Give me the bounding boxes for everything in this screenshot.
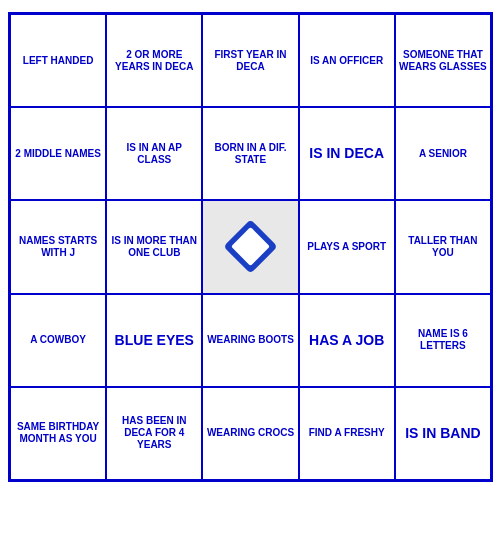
bingo-cell-22: WEARING CROCS <box>202 387 298 480</box>
cell-text-1: 2 OR MORE YEARS IN DECA <box>110 49 198 73</box>
cell-text-16: BLUE EYES <box>115 332 194 349</box>
cell-text-8: IS IN DECA <box>309 145 384 162</box>
cell-text-22: WEARING CROCS <box>207 427 294 439</box>
bingo-cell-1: 2 OR MORE YEARS IN DECA <box>106 14 202 107</box>
bingo-cell-4: SOMEONE THAT WEARS GLASSES <box>395 14 491 107</box>
cell-text-3: IS AN OFFICER <box>310 55 383 67</box>
cell-text-20: SAME BIRTHDAY MONTH AS YOU <box>14 421 102 445</box>
bingo-cell-18: HAS A JOB <box>299 294 395 387</box>
bingo-cell-17: WEARING BOOTS <box>202 294 298 387</box>
bingo-cell-19: NAME IS 6 LETTERS <box>395 294 491 387</box>
bingo-cell-9: A SENIOR <box>395 107 491 200</box>
cell-text-13: PLAYS A SPORT <box>307 241 386 253</box>
bingo-cell-11: IS IN MORE THAN ONE CLUB <box>106 200 202 293</box>
cell-text-10: NAMES STARTS WITH J <box>14 235 102 259</box>
cell-text-24: IS IN BAND <box>405 425 480 442</box>
cell-text-21: HAS BEEN IN DECA FOR 4 YEARS <box>110 415 198 451</box>
bingo-cell-24: IS IN BAND <box>395 387 491 480</box>
bingo-cell-8: IS IN DECA <box>299 107 395 200</box>
cell-text-14: TALLER THAN YOU <box>399 235 487 259</box>
bingo-cell-6: IS IN AN AP CLASS <box>106 107 202 200</box>
cell-text-17: WEARING BOOTS <box>207 334 294 346</box>
bingo-cell-15: A COWBOY <box>10 294 106 387</box>
cell-text-18: HAS A JOB <box>309 332 384 349</box>
deca-logo <box>223 219 278 274</box>
cell-text-7: BORN IN A DIF. STATE <box>206 142 294 166</box>
bingo-cell-21: HAS BEEN IN DECA FOR 4 YEARS <box>106 387 202 480</box>
cell-text-19: NAME IS 6 LETTERS <box>399 328 487 352</box>
bingo-cell-20: SAME BIRTHDAY MONTH AS YOU <box>10 387 106 480</box>
bingo-cell-14: TALLER THAN YOU <box>395 200 491 293</box>
bingo-cell-13: PLAYS A SPORT <box>299 200 395 293</box>
cell-text-2: FIRST YEAR IN DECA <box>206 49 294 73</box>
bingo-cell-12 <box>202 200 298 293</box>
cell-text-6: IS IN AN AP CLASS <box>110 142 198 166</box>
bingo-cell-23: FIND A FRESHY <box>299 387 395 480</box>
cell-text-11: IS IN MORE THAN ONE CLUB <box>110 235 198 259</box>
bingo-cell-3: IS AN OFFICER <box>299 14 395 107</box>
bingo-cell-7: BORN IN A DIF. STATE <box>202 107 298 200</box>
cell-text-15: A COWBOY <box>30 334 86 346</box>
bingo-cell-2: FIRST YEAR IN DECA <box>202 14 298 107</box>
cell-text-23: FIND A FRESHY <box>309 427 385 439</box>
cell-text-5: 2 MIDDLE NAMES <box>15 148 101 160</box>
bingo-grid: LEFT HANDED2 OR MORE YEARS IN DECAFIRST … <box>8 12 493 482</box>
bingo-cell-10: NAMES STARTS WITH J <box>10 200 106 293</box>
bingo-cell-5: 2 MIDDLE NAMES <box>10 107 106 200</box>
cell-text-0: LEFT HANDED <box>23 55 94 67</box>
bingo-cell-16: BLUE EYES <box>106 294 202 387</box>
bingo-cell-0: LEFT HANDED <box>10 14 106 107</box>
cell-text-4: SOMEONE THAT WEARS GLASSES <box>399 49 487 73</box>
cell-text-9: A SENIOR <box>419 148 467 160</box>
